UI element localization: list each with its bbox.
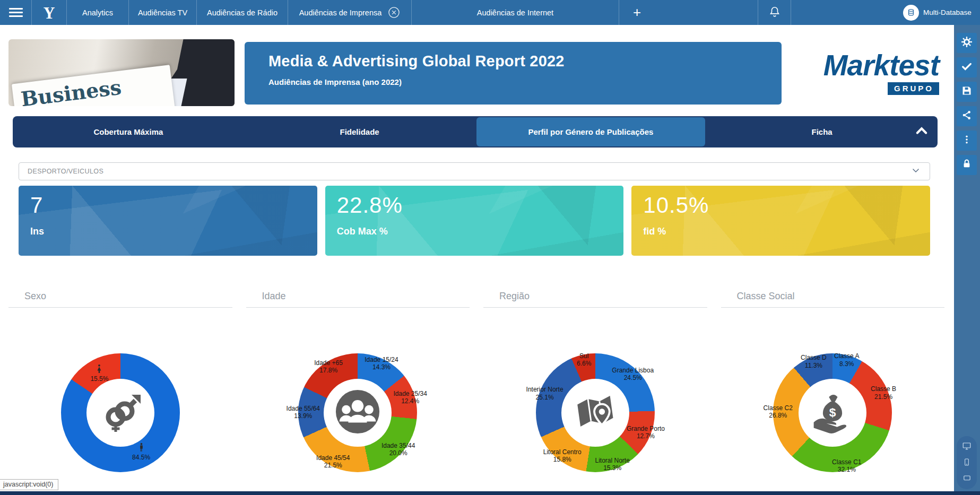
- account-label: Multi-Database: [923, 8, 972, 16]
- newspaper-shape: Business: [12, 65, 175, 106]
- nav-tab-label: Audiências de Rádio: [207, 8, 277, 17]
- slice-label: Classe B21.5%: [871, 385, 896, 400]
- kpi-value: 7: [30, 193, 317, 218]
- chart-title: Sexo: [8, 286, 232, 302]
- chart-regiao: Região Grande Lisboa24.5: [483, 286, 707, 495]
- tab-fidelidade[interactable]: Fidelidade: [245, 117, 474, 146]
- female-icon: [97, 364, 102, 375]
- app-root: Y Analytics Audiências TV Audiências de …: [0, 0, 980, 495]
- donut-chart: 84.5%15.5%: [36, 328, 205, 495]
- device-preview-switcher: [957, 436, 977, 489]
- kpi-value: 10.5%: [643, 193, 930, 218]
- nav-tab-audiencias-imprensa[interactable]: Audiências de Imprensa: [288, 0, 411, 25]
- money-icon: $: [810, 389, 855, 437]
- new-tab-button[interactable]: +: [619, 0, 758, 25]
- chart-classe-social: Classe Social $ Classe A8.3%Classe B21.5…: [721, 286, 945, 495]
- donut-chart: Idade 15/2414.3%Idade 25/3412.4%Idade 35…: [273, 328, 443, 495]
- people-icon: [334, 388, 381, 437]
- lock-icon: [961, 159, 972, 171]
- tablet-icon[interactable]: [962, 473, 972, 484]
- slice-label: Classe D11.3%: [801, 354, 827, 369]
- map-pin-icon: [573, 389, 618, 437]
- tab-perfil-genero-publicacoes[interactable]: Perfil por Género de Publicações: [476, 117, 706, 146]
- publication-genre-dropdown[interactable]: DESPORTO/VEICULOS: [19, 162, 930, 180]
- male-icon: [139, 443, 144, 454]
- multi-database-button[interactable]: Multi-Database: [895, 0, 980, 25]
- brand-tag: GRUPO: [888, 82, 939, 95]
- brand-logo: Marktest GRUPO: [793, 51, 939, 95]
- kebab-icon: [961, 134, 972, 147]
- tab-ficha[interactable]: Ficha: [707, 117, 936, 146]
- slice-label: 15.5%: [90, 364, 108, 383]
- report-subtitle: Audiências de Imprensa (ano 2022): [268, 77, 782, 86]
- slice-label: Idade 15/2414.3%: [365, 356, 398, 371]
- y-logo-icon: Y: [44, 3, 55, 22]
- tab-label: Ficha: [812, 127, 832, 136]
- chart-title: Classe Social: [721, 286, 945, 302]
- settings-button[interactable]: [957, 33, 977, 53]
- nav-tab-label: Analytics: [82, 8, 113, 17]
- kpi-card-cob-max: 22.8% Cob Max %: [325, 186, 624, 256]
- donut-chart: $ Classe A8.3%Classe B21.5%Classe C132.1…: [748, 328, 917, 495]
- tab-label: Fidelidade: [340, 127, 379, 136]
- chart-underline: [8, 307, 232, 308]
- app-logo[interactable]: Y: [31, 0, 66, 25]
- charts-row: Sexo 84.5%15.5% Idade: [8, 286, 944, 495]
- collapse-section-button[interactable]: [914, 116, 929, 147]
- more-options-button[interactable]: [957, 131, 977, 151]
- nav-tab-label: Audiências de Imprensa: [299, 8, 382, 17]
- kpi-label: fid %: [643, 226, 930, 237]
- status-link-hint: javascript:void(0): [0, 479, 58, 490]
- report-title-panel: Media & Advertising Global Report 2022 A…: [245, 42, 782, 105]
- check-icon: [961, 60, 973, 74]
- chevron-down-icon: [910, 165, 921, 178]
- nav-tab-audiencias-tv[interactable]: Audiências TV: [128, 0, 196, 25]
- newspaper-text: Business: [20, 69, 173, 106]
- slice-label: Classe C226.8%: [764, 404, 793, 419]
- nav-tab-label: Audiências de Internet: [477, 8, 553, 17]
- slice-label: Litoral Norte15.3%: [595, 457, 629, 472]
- slice-label: 84.5%: [132, 443, 150, 461]
- tab-cobertura-maxima[interactable]: Cobertura Máxima: [14, 117, 243, 146]
- lock-button[interactable]: [957, 155, 977, 175]
- top-navbar: Y Analytics Audiências TV Audiências de …: [0, 0, 980, 25]
- hamburger-icon: [9, 8, 23, 17]
- slice-label: Idade +6517.8%: [314, 359, 343, 374]
- report-title: Media & Advertising Global Report 2022: [268, 53, 782, 70]
- desktop-icon[interactable]: [962, 441, 972, 453]
- plus-icon: +: [633, 4, 641, 21]
- slice-label: Litoral Centro15.8%: [543, 448, 582, 463]
- bell-icon: [769, 6, 780, 19]
- share-icon: [961, 110, 972, 123]
- slice-label: Interior Norte25.1%: [526, 386, 563, 401]
- apply-button[interactable]: [957, 57, 977, 77]
- kpi-value: 22.8%: [337, 193, 624, 218]
- share-button[interactable]: [957, 106, 977, 126]
- donut-center: [561, 379, 629, 447]
- chart-idade: Idade Idade 15/2414.3%: [246, 286, 470, 495]
- slice-label: Sul6.6%: [577, 352, 591, 367]
- gender-icon: [98, 389, 143, 436]
- kpi-label: Ins: [30, 226, 317, 237]
- kpi-label: Cob Max %: [337, 226, 624, 237]
- nav-tab-audiencias-internet[interactable]: Audiências de Internet: [411, 0, 619, 25]
- donut-center: [86, 379, 154, 447]
- notifications-button[interactable]: [758, 0, 791, 25]
- slice-label: Idade 35/4420.0%: [381, 442, 415, 457]
- bottom-scrollbar[interactable]: [0, 491, 980, 495]
- mobile-icon[interactable]: [962, 458, 971, 468]
- gear-icon: [961, 36, 973, 50]
- nav-tab-audiencias-radio[interactable]: Audiências de Rádio: [196, 0, 288, 25]
- nav-tab-analytics[interactable]: Analytics: [66, 0, 128, 25]
- slice-label: Classe C132.1%: [832, 458, 861, 473]
- donut-center: [324, 379, 392, 447]
- menu-button[interactable]: [0, 0, 31, 25]
- section-tab-bar: Cobertura Máxima Fidelidade Perfil por G…: [13, 116, 938, 147]
- database-icon: [903, 5, 919, 21]
- report-thumbnail: Business: [8, 39, 235, 106]
- kpi-row: 7 Ins 22.8% Cob Max % 10.5% fid %: [19, 186, 930, 256]
- save-button[interactable]: [957, 82, 977, 102]
- close-icon[interactable]: [388, 6, 400, 19]
- kpi-card-ins: 7 Ins: [19, 186, 317, 256]
- slice-label: Idade 45/5421.5%: [316, 454, 350, 469]
